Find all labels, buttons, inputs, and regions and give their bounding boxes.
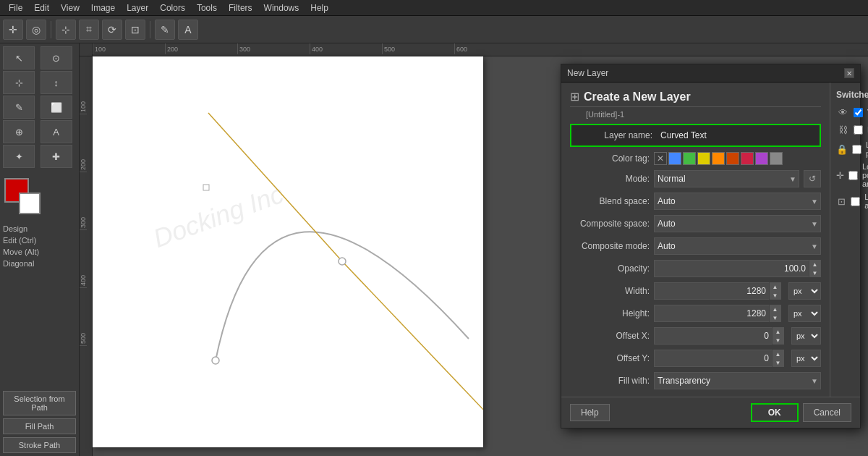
- offset-y-unit-select[interactable]: px cm: [791, 350, 821, 367]
- tool-lasso[interactable]: ⊙: [41, 46, 72, 69]
- opacity-decrement[interactable]: ▼: [809, 269, 820, 277]
- width-input[interactable]: [655, 286, 769, 296]
- lock-alpha-label: Lock alpha: [864, 193, 868, 210]
- tool-btn-2[interactable]: ◎: [26, 20, 46, 40]
- tool-options: Design Edit (Ctrl) Move (Alt) Diagonal: [0, 219, 79, 274]
- opacity-label: Opacity:: [570, 263, 650, 274]
- linked-checkbox[interactable]: [854, 125, 863, 135]
- offset-y-increment[interactable]: ▲: [772, 350, 783, 358]
- tool-eraser[interactable]: ⬜: [41, 96, 72, 119]
- blend-space-select[interactable]: Auto Linear Perceptual: [654, 193, 821, 210]
- opacity-increment[interactable]: ▲: [809, 260, 820, 269]
- color-tag-purple[interactable]: [755, 152, 768, 165]
- help-button[interactable]: Help: [570, 404, 610, 421]
- lock-alpha-checkbox[interactable]: [851, 197, 860, 206]
- ruler-tick-v-500: 500: [80, 288, 87, 346]
- color-tag-blue[interactable]: [668, 152, 681, 165]
- tool-text[interactable]: A: [41, 120, 72, 143]
- tool-btn-8[interactable]: A: [178, 20, 198, 40]
- color-tag-gray[interactable]: [770, 152, 783, 165]
- dialog-form: ⊞ Create a New Layer [Untitled]-1 Layer …: [561, 83, 830, 397]
- tool-clone[interactable]: ⊕: [3, 120, 35, 143]
- mode-refresh-button[interactable]: ↺: [804, 170, 821, 187]
- color-tag-green[interactable]: [683, 152, 696, 165]
- height-increment[interactable]: ▲: [769, 305, 780, 313]
- dialog-titlebar: New Layer ✕: [561, 64, 860, 83]
- mode-select[interactable]: Normal Dissolve Multiply: [654, 170, 799, 187]
- offset-x-unit-select[interactable]: px cm: [791, 327, 821, 345]
- tool-crop[interactable]: ⊹: [3, 71, 35, 94]
- ok-button[interactable]: OK: [751, 403, 799, 422]
- menu-file[interactable]: File: [3, 1, 28, 14]
- tool-btn-5[interactable]: ⟳: [102, 20, 122, 40]
- height-decrement[interactable]: ▼: [769, 313, 780, 322]
- height-spinbox: ▲ ▼: [654, 305, 781, 322]
- menu-windows[interactable]: Windows: [258, 1, 305, 14]
- tool-btn-6[interactable]: ⊡: [125, 20, 145, 40]
- layer-name-row: Layer name:: [570, 124, 821, 147]
- width-increment[interactable]: ▲: [769, 282, 780, 291]
- menu-edit[interactable]: Edit: [28, 1, 55, 14]
- blend-space-select-wrap: Auto Linear Perceptual ▼: [654, 193, 821, 210]
- tool-btn-4[interactable]: ⌗: [79, 20, 99, 40]
- mode-label: Mode:: [570, 174, 650, 184]
- color-tag-yellow[interactable]: [697, 152, 710, 165]
- visible-checkbox[interactable]: [854, 108, 863, 117]
- lock-pixels-icon: 🔒: [836, 143, 848, 156]
- fill-with-select[interactable]: Transparency White Background color Fore…: [654, 372, 821, 389]
- menubar: File Edit View Image Layer Colors Tools …: [0, 0, 868, 16]
- blend-space-label: Blend space:: [570, 196, 650, 206]
- offset-y-input[interactable]: [655, 353, 772, 363]
- lock-position-icon: ✛: [836, 169, 844, 182]
- offset-x-increment[interactable]: ▲: [772, 327, 783, 336]
- width-label: Width:: [570, 286, 650, 296]
- layer-name-input[interactable]: [657, 127, 818, 144]
- visible-switch-row: 👁 Visible: [836, 106, 868, 119]
- tool-transform[interactable]: ↕: [41, 71, 72, 94]
- selection-from-path-button[interactable]: Selection from Path: [3, 391, 76, 415]
- menu-help[interactable]: Help: [305, 1, 334, 14]
- composite-space-row: Composite space: Auto Linear ▼: [570, 215, 821, 232]
- tool-measure[interactable]: ✚: [41, 145, 72, 168]
- tool-path[interactable]: ✦: [3, 145, 35, 168]
- composite-mode-select[interactable]: Auto Clip to backdrop: [654, 237, 821, 255]
- color-tag-none[interactable]: ✕: [654, 152, 667, 165]
- cancel-button[interactable]: Cancel: [803, 403, 851, 422]
- width-unit-select[interactable]: px cm mm: [788, 282, 821, 300]
- tool-btn-1[interactable]: ✛: [3, 20, 23, 40]
- tool-select[interactable]: ↖: [3, 46, 35, 69]
- option-diagonal: Diagonal: [3, 258, 76, 269]
- ruler-tick-600: 600: [454, 43, 527, 54]
- offset-y-decrement[interactable]: ▼: [772, 358, 783, 367]
- opacity-input[interactable]: [655, 263, 809, 274]
- background-color[interactable]: [19, 193, 41, 214]
- color-tag-orange[interactable]: [712, 152, 725, 165]
- fill-path-button[interactable]: Fill Path: [3, 418, 76, 434]
- menu-image[interactable]: Image: [85, 1, 121, 14]
- tool-btn-7[interactable]: ✎: [155, 20, 175, 40]
- width-decrement[interactable]: ▼: [769, 291, 780, 300]
- composite-space-select[interactable]: Auto Linear: [654, 215, 821, 232]
- height-input[interactable]: [655, 308, 769, 318]
- menu-layer[interactable]: Layer: [121, 1, 154, 14]
- fill-with-row: Fill with: Transparency White Background…: [570, 372, 821, 389]
- lock-position-checkbox[interactable]: [848, 171, 858, 180]
- menu-filters[interactable]: Filters: [223, 1, 258, 14]
- switches-title: Switches: [836, 90, 868, 100]
- dialog-close-button[interactable]: ✕: [844, 68, 854, 78]
- color-tag-red[interactable]: [741, 152, 754, 165]
- tool-paint[interactable]: ✎: [3, 96, 35, 119]
- stroke-path-button[interactable]: Stroke Path: [3, 437, 76, 453]
- menu-colors[interactable]: Colors: [154, 1, 191, 14]
- menu-tools[interactable]: Tools: [191, 1, 223, 14]
- ruler-tick-400: 400: [310, 43, 382, 54]
- lock-pixels-checkbox[interactable]: [852, 145, 861, 154]
- layer-name-label: Layer name:: [573, 130, 652, 140]
- color-tag-red-orange[interactable]: [726, 152, 739, 165]
- height-unit-select[interactable]: px cm mm: [788, 305, 821, 322]
- offset-x-input[interactable]: [655, 331, 772, 341]
- tool-btn-3[interactable]: ⊹: [56, 20, 76, 40]
- menu-view[interactable]: View: [55, 1, 85, 14]
- offset-x-decrement[interactable]: ▼: [772, 336, 783, 345]
- offset-x-row: Offset X: ▲ ▼ px cm: [570, 327, 821, 345]
